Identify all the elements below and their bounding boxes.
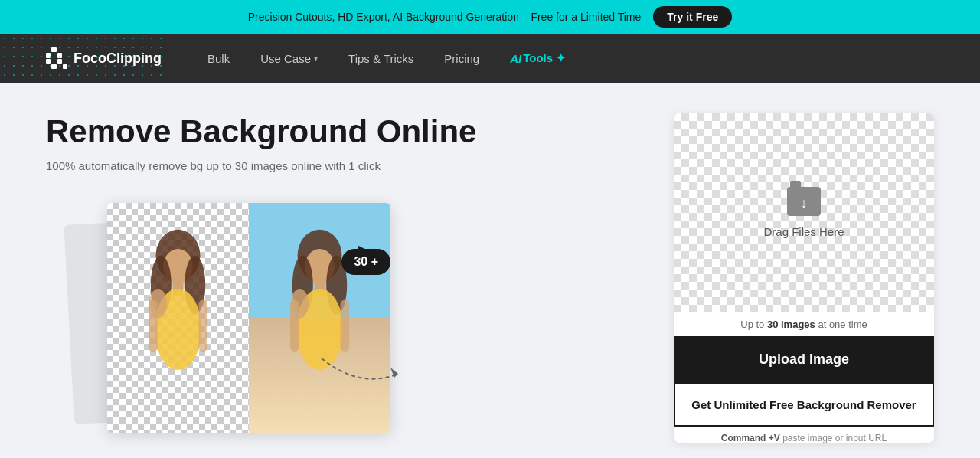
svg-rect-16	[290, 300, 299, 352]
nav-bulk[interactable]: Bulk	[207, 52, 230, 65]
upload-folder-icon: ↓	[787, 187, 821, 216]
nav-pricing[interactable]: Pricing	[444, 52, 479, 65]
upload-image-button[interactable]: Upload Image	[674, 336, 934, 383]
unlimited-remover-button[interactable]: Get Unlimited Free Background Remover	[674, 383, 934, 427]
main-image-card	[107, 203, 390, 433]
photo-transparent-side	[107, 203, 249, 433]
left-panel: Remove Background Online 100% automatica…	[46, 113, 643, 443]
logo-icon	[46, 47, 67, 69]
chevron-down-icon: ▾	[314, 54, 318, 63]
download-arrow-icon: ↓	[801, 195, 808, 211]
svg-rect-8	[199, 300, 208, 352]
dashed-arrow-icon	[314, 351, 406, 397]
photo-background-side	[249, 203, 390, 433]
nav-tips-tricks[interactable]: Tips & Tricks	[348, 52, 413, 65]
cursor-arrow-icon: ▶	[358, 241, 371, 261]
svg-marker-18	[390, 368, 398, 378]
announcement-bar: Precision Cutouts, HD Export, AI Backgro…	[0, 0, 980, 34]
drop-zone[interactable]: ↓ Drag Files Here	[674, 113, 934, 312]
woman-silhouette-left	[107, 226, 249, 433]
main-content: Remove Background Online 100% automatica…	[0, 83, 980, 458]
right-panel: ↓ Drag Files Here Up to 30 images at one…	[674, 113, 934, 443]
nav-links: Bulk Use Case ▾ Tips & Tricks Pricing AI…	[207, 51, 934, 65]
logo-text: FocoClipping	[74, 51, 162, 67]
hero-subtitle: 100% automatically remove bg up to 30 im…	[46, 159, 643, 172]
nav-use-case[interactable]: Use Case ▾	[260, 52, 318, 65]
announcement-text: Precision Cutouts, HD Export, AI Backgro…	[248, 11, 642, 23]
command-hint: Command +V paste image or input URL	[674, 427, 934, 443]
svg-rect-7	[149, 300, 158, 352]
nav-ai-tools[interactable]: AI Tools ✦	[510, 51, 566, 65]
drag-text: Drag Files Here	[763, 225, 844, 238]
navbar: FocoClipping Bulk Use Case ▾ Tips & Tric…	[0, 34, 980, 83]
logo[interactable]: FocoClipping	[46, 47, 162, 69]
upload-widget: ↓ Drag Files Here Up to 30 images at one…	[674, 113, 934, 443]
hero-title: Remove Background Online	[46, 113, 643, 150]
image-limit-text: Up to 30 images at one time	[674, 312, 934, 336]
svg-rect-17	[341, 300, 350, 352]
preview-area: 30 + ▶	[46, 203, 413, 443]
try-free-button[interactable]: Try it Free	[653, 6, 732, 28]
